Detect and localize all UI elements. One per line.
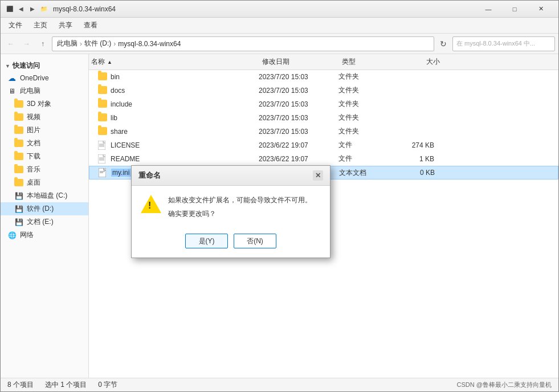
- sidebar-item-drive-c[interactable]: 💾 本地磁盘 (C:): [1, 189, 88, 202]
- minimize-button[interactable]: —: [475, 1, 501, 18]
- col-header-name[interactable]: 名称 ▲: [89, 54, 260, 70]
- sidebar-item-onedrive[interactable]: ☁ OneDrive: [1, 72, 88, 84]
- col-header-type[interactable]: 类型: [340, 54, 397, 70]
- menu-home[interactable]: 主页: [28, 18, 53, 32]
- status-bar: 8 个项目 选中 1 个项目 0 字节 CSDN @鲁棒最小二乘支持向量机: [1, 378, 558, 391]
- forward-icon-title: ▶: [28, 5, 37, 14]
- dialog-title-bar: 重命名 ✕: [132, 166, 330, 186]
- drive-d-icon: 💾: [14, 205, 23, 214]
- sidebar-item-documents[interactable]: 文档: [1, 137, 88, 150]
- desktop-folder-icon: [14, 178, 23, 187]
- quick-access-arrow: ▼: [5, 63, 10, 69]
- breadcrumb-d: 软件 (D:): [84, 39, 111, 48]
- breadcrumb-folder: mysql-8.0.34-winx64: [118, 40, 181, 48]
- documents-folder-icon: [14, 139, 23, 148]
- quick-access-icon: ⬛: [5, 5, 14, 14]
- computer-icon: 🖥: [7, 87, 17, 96]
- sort-arrow-name: ▲: [107, 59, 112, 65]
- rename-dialog: 重命名 ✕ 如果改变文件扩展名，可能会导致文件不可用。 确实要更改吗？ 是(Y)…: [131, 165, 330, 258]
- sidebar-item-drive-d[interactable]: 💾 软件 (D:): [1, 202, 88, 215]
- quick-access-label[interactable]: ▼ 快速访问: [1, 59, 88, 72]
- sidebar-item-music[interactable]: 音乐: [1, 163, 88, 176]
- back-icon-title: ◀: [17, 5, 26, 14]
- drive-e-icon: 💾: [14, 218, 23, 227]
- sidebar-item-desktop[interactable]: 桌面: [1, 176, 88, 189]
- title-bar: ⬛ ◀ ▶ 📁 mysql-8.0.34-winx64 — □ ✕: [1, 1, 558, 18]
- items-count: 8 个项目: [7, 380, 34, 390]
- folder-icon: [98, 72, 107, 81]
- videos-folder-icon: [14, 113, 23, 122]
- dialog-close-button[interactable]: ✕: [313, 170, 323, 181]
- network-icon: 🌐: [7, 231, 17, 240]
- refresh-button[interactable]: ↻: [436, 37, 450, 51]
- sidebar-item-3dobjects[interactable]: 3D 对象: [1, 97, 88, 111]
- watermark: CSDN @鲁棒最小二乘支持向量机: [457, 381, 552, 389]
- address-bar[interactable]: 此电脑 › 软件 (D:) › mysql-8.0.34-winx64: [52, 36, 434, 51]
- onedrive-icon: ☁: [7, 74, 17, 83]
- dialog-title-text: 重命名: [138, 170, 161, 181]
- col-header-date[interactable]: 修改日期: [260, 54, 340, 70]
- menu-bar: 文件 主页 共享 查看: [1, 18, 558, 34]
- sidebar-item-thispc[interactable]: 🖥 此电脑: [1, 84, 88, 97]
- warning-triangle: [141, 195, 161, 213]
- dialog-body: 如果改变文件扩展名，可能会导致文件不可用。 确实要更改吗？: [132, 186, 330, 229]
- window-controls: — □ ✕: [475, 1, 554, 18]
- warning-icon-area: [141, 195, 161, 222]
- warning-icon: [141, 195, 161, 215]
- 3d-objects-folder-icon: [14, 100, 23, 109]
- table-row[interactable]: include 2023/7/20 15:03 文件夹: [89, 97, 558, 111]
- menu-view[interactable]: 查看: [78, 18, 103, 32]
- table-row[interactable]: lib 2023/7/20 15:03 文件夹: [89, 111, 558, 125]
- folder-icon: [98, 127, 107, 136]
- table-row[interactable]: LICENSE 2023/6/22 19:07 文件 274 KB: [89, 138, 558, 152]
- sidebar: ▼ 快速访问 ☁ OneDrive 🖥 此电脑 3D 对象 视频: [1, 54, 89, 378]
- dialog-text-line1: 如果改变文件扩展名，可能会导致文件不可用。: [168, 195, 321, 205]
- col-header-size[interactable]: 大小: [397, 54, 442, 70]
- sidebar-item-network[interactable]: 🌐 网络: [1, 228, 88, 242]
- breadcrumb-sep1: ›: [80, 40, 82, 48]
- forward-button[interactable]: →: [20, 37, 34, 51]
- file-icon: [98, 141, 107, 150]
- search-box[interactable]: 在 mysql-8.0.34-winx64 中...: [452, 36, 555, 51]
- back-button[interactable]: ←: [4, 37, 18, 51]
- music-folder-icon: [14, 165, 23, 174]
- menu-file[interactable]: 文件: [3, 18, 28, 32]
- selected-count: 选中 1 个项目: [45, 380, 87, 390]
- maximize-button[interactable]: □: [501, 1, 528, 18]
- sidebar-item-drive-e[interactable]: 💾 文档 (E:): [1, 215, 88, 228]
- table-row[interactable]: bin 2023/7/20 15:03 文件夹: [89, 70, 558, 84]
- downloads-folder-icon: [14, 152, 23, 161]
- folder-icon-title: 📁: [39, 5, 48, 14]
- table-row[interactable]: docs 2023/7/20 15:03 文件夹: [89, 84, 558, 97]
- sidebar-item-videos[interactable]: 视频: [1, 111, 88, 124]
- table-row[interactable]: share 2023/7/20 15:03 文件夹: [89, 125, 558, 138]
- search-placeholder: 在 mysql-8.0.34-winx64 中...: [456, 39, 535, 48]
- breadcrumb-pc: 此电脑: [57, 39, 77, 48]
- dialog-yes-button[interactable]: 是(Y): [185, 234, 228, 248]
- file-icon: [98, 154, 107, 164]
- title-bar-icons: ⬛ ◀ ▶ 📁: [5, 5, 48, 14]
- sidebar-item-pictures[interactable]: 图片: [1, 124, 88, 137]
- drive-c-icon: 💾: [14, 191, 23, 201]
- window-title: mysql-8.0.34-winx64: [53, 5, 475, 13]
- breadcrumb-sep2: ›: [113, 40, 116, 48]
- menu-share[interactable]: 共享: [53, 18, 78, 32]
- dialog-message: 如果改变文件扩展名，可能会导致文件不可用。 确实要更改吗？: [168, 195, 321, 222]
- dialog-no-button[interactable]: 否(N): [234, 234, 276, 248]
- status-left: 8 个项目 选中 1 个项目 0 字节: [7, 380, 117, 390]
- text-file-icon: [99, 168, 108, 177]
- up-button[interactable]: ↑: [36, 37, 50, 51]
- folder-icon: [98, 100, 107, 109]
- breadcrumb: 此电脑 › 软件 (D:) › mysql-8.0.34-winx64: [57, 39, 181, 48]
- folder-icon: [98, 113, 107, 122]
- folder-icon: [98, 86, 107, 95]
- selected-size: 0 字节: [98, 380, 117, 390]
- dialog-buttons: 是(Y) 否(N): [132, 229, 330, 258]
- pictures-folder-icon: [14, 126, 23, 135]
- table-row[interactable]: README 2023/6/22 19:07 文件 1 KB: [89, 152, 558, 166]
- dialog-text-line2: 确实要更改吗？: [168, 209, 321, 219]
- column-header: 名称 ▲ 修改日期 类型 大小: [89, 54, 558, 70]
- sidebar-item-downloads[interactable]: 下载: [1, 150, 88, 163]
- toolbar: ← → ↑ 此电脑 › 软件 (D:) › mysql-8.0.34-winx6…: [1, 34, 558, 54]
- close-button[interactable]: ✕: [528, 1, 554, 18]
